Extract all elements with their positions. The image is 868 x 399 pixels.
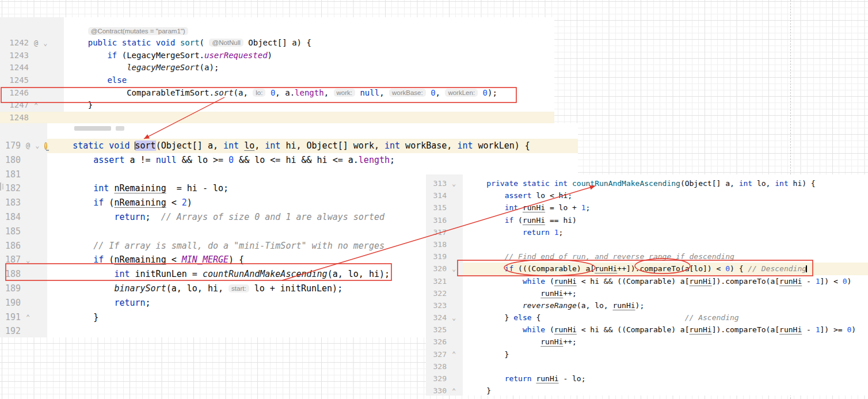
fold-open-icon[interactable]: ⌄ <box>452 265 456 272</box>
code-text[interactable]: } <box>463 385 868 396</box>
code-line-324[interactable]: 324⌄ } else { // Ascending <box>426 311 868 324</box>
code-text[interactable] <box>463 360 868 373</box>
code-line-329[interactable]: 329 return runHi - lo; <box>426 373 868 385</box>
line-number[interactable]: 315 <box>429 202 447 214</box>
code-text[interactable]: } <box>64 99 554 112</box>
code-text[interactable]: } <box>463 348 868 360</box>
line-number[interactable]: 181 <box>3 168 21 182</box>
code-text[interactable]: } else { // Ascending <box>463 311 868 324</box>
line-number[interactable]: 316 <box>429 214 447 226</box>
code-text[interactable]: @Contract(mutates = "param1") <box>64 26 554 37</box>
inlay-hint[interactable]: start: <box>229 284 249 292</box>
inlay-hint[interactable]: workLen: <box>445 89 478 97</box>
code-line-325[interactable]: 325 while (runHi < hi && ((Comparable) a… <box>426 324 868 336</box>
line-number[interactable]: 326 <box>429 336 447 348</box>
code-text[interactable]: if (((Comparable) a[runHi++]).compareTo(… <box>463 263 868 275</box>
line-number[interactable]: 184 <box>3 210 21 225</box>
code-line-1247[interactable]: 1247⌃ } <box>0 99 554 112</box>
code-line-330[interactable]: 330⌃ } <box>426 385 868 396</box>
code-text[interactable]: assert lo < hi; <box>463 189 868 202</box>
inlay-hint[interactable]: workBase: <box>389 89 426 97</box>
code-line-318[interactable]: 318 <box>426 238 868 250</box>
line-number[interactable]: 183 <box>3 196 21 210</box>
line-number[interactable]: 192 <box>3 324 21 337</box>
line-number[interactable]: 179 <box>3 139 21 153</box>
code-line-313[interactable]: 313⌄ private static int countRunAndMakeA… <box>426 177 868 189</box>
code-text[interactable]: return 1; <box>463 226 868 238</box>
fold-open-icon[interactable]: ⌄ <box>452 314 456 321</box>
line-number[interactable]: 1248 <box>3 112 29 124</box>
fold-close-icon[interactable]: ⌃ <box>452 387 456 394</box>
code-text[interactable] <box>64 112 554 124</box>
code-text[interactable]: public static void sort( @NotNull Object… <box>64 37 554 50</box>
code-line-328[interactable]: 328 <box>426 360 868 373</box>
line-number[interactable]: 1246 <box>3 87 29 100</box>
code-line-326[interactable]: 326 runHi++; <box>426 336 868 348</box>
inlay-hint[interactable]: @Contract(mutates = "param1") <box>88 27 188 35</box>
code-text[interactable]: // Find end of run, and reverse range if… <box>463 250 868 263</box>
line-number[interactable]: 190 <box>3 296 21 310</box>
line-number[interactable]: 322 <box>429 287 447 299</box>
code-line-180[interactable]: 180 assert a != null && lo >= 0 && lo <=… <box>0 153 578 168</box>
code-line-327[interactable]: 327⌃ } <box>426 348 868 360</box>
code-line-316[interactable]: 316 if (runHi == hi) <box>426 214 868 226</box>
code-text[interactable]: while (runHi < hi && ((Comparable) a[run… <box>463 275 868 287</box>
code-line-1246[interactable]: 1246 ComparableTimSort.sort(a, lo: 0, a.… <box>0 87 554 100</box>
code-text[interactable]: static void sort(Object[] a, int lo, int… <box>47 139 578 153</box>
code-line-1243[interactable]: 1243 if (LegacyMergeSort.userRequested) <box>0 50 554 62</box>
line-number[interactable]: 314 <box>429 189 447 202</box>
code-line-1248[interactable]: 1248 <box>0 112 554 124</box>
line-number[interactable]: 313 <box>429 177 447 189</box>
line-number[interactable]: 182 <box>3 181 21 196</box>
line-number[interactable]: 320 <box>429 263 447 275</box>
code-line-315[interactable]: 315 int runHi = lo + 1; <box>426 202 868 214</box>
line-number[interactable]: 185 <box>3 225 21 239</box>
code-text[interactable]: return runHi - lo; <box>463 373 868 385</box>
code-line-322[interactable]: 322 runHi++; <box>426 287 868 299</box>
line-number[interactable]: 327 <box>429 348 447 360</box>
inlay-hint[interactable]: work: <box>334 89 355 97</box>
fold-close-icon[interactable]: ⌃ <box>26 314 30 321</box>
code-text[interactable] <box>64 17 554 26</box>
line-number[interactable]: 1243 <box>3 50 29 62</box>
fold-close-icon[interactable]: ⌃ <box>34 102 38 109</box>
code-line[interactable]: @Contract(mutates = "param1") <box>0 26 554 37</box>
code-text[interactable]: reverseRange(a, lo, runHi); <box>463 299 868 311</box>
line-number[interactable]: 187 <box>3 253 21 267</box>
fold-open-icon[interactable]: ⌄ <box>35 142 39 149</box>
code-text[interactable]: private static int countRunAndMakeAscend… <box>463 177 868 189</box>
line-number[interactable]: 1242 <box>3 37 29 50</box>
line-number[interactable]: 317 <box>429 226 447 238</box>
inlay-hint[interactable]: @NotNull <box>209 39 243 47</box>
fold-open-icon[interactable]: ⌄ <box>26 257 30 264</box>
line-number[interactable]: 1245 <box>3 74 29 87</box>
line-number[interactable]: 328 <box>429 360 447 373</box>
line-number[interactable]: 324 <box>429 311 447 324</box>
inlay-hint[interactable]: lo: <box>253 89 265 97</box>
line-number[interactable]: 318 <box>429 238 447 250</box>
code-line-179[interactable]: 179@⌄ static void sort(Object[] a, int l… <box>0 139 578 153</box>
line-number[interactable]: 330 <box>429 385 447 396</box>
code-text[interactable]: runHi++; <box>463 336 868 348</box>
code-text[interactable]: if (LegacyMergeSort.userRequested) <box>64 50 554 62</box>
code-line-321[interactable]: 321 while (runHi < hi && ((Comparable) a… <box>426 275 868 287</box>
code-line-317[interactable]: 317 return 1; <box>426 226 868 238</box>
code-text[interactable]: ComparableTimSort.sort(a, lo: 0, a.lengt… <box>64 87 554 100</box>
code-line-319[interactable]: 319 // Find end of run, and reverse rang… <box>426 250 868 263</box>
line-number[interactable]: 191 <box>3 310 21 325</box>
code-text[interactable]: runHi++; <box>463 287 868 299</box>
line-number[interactable]: 188 <box>3 267 21 282</box>
code-line-323[interactable]: 323 reverseRange(a, lo, runHi); <box>426 299 868 311</box>
code-text[interactable]: int runHi = lo + 1; <box>463 202 868 214</box>
code-line-1242[interactable]: 1242@⌄ public static void sort( @NotNull… <box>0 37 554 50</box>
code-line-320[interactable]: 320⌄ if (((Comparable) a[runHi++]).compa… <box>426 263 868 275</box>
code-line[interactable] <box>0 17 554 26</box>
code-text[interactable]: assert a != null && lo >= 0 && lo <= hi … <box>47 153 578 168</box>
code-text[interactable]: legacyMergeSort(a); <box>64 62 554 74</box>
fold-open-icon[interactable]: ⌄ <box>452 180 456 187</box>
code-text[interactable] <box>47 123 578 139</box>
line-number[interactable]: 329 <box>429 373 447 385</box>
line-number[interactable]: 180 <box>3 153 21 168</box>
line-number[interactable]: 319 <box>429 250 447 263</box>
line-number[interactable]: 325 <box>429 324 447 336</box>
